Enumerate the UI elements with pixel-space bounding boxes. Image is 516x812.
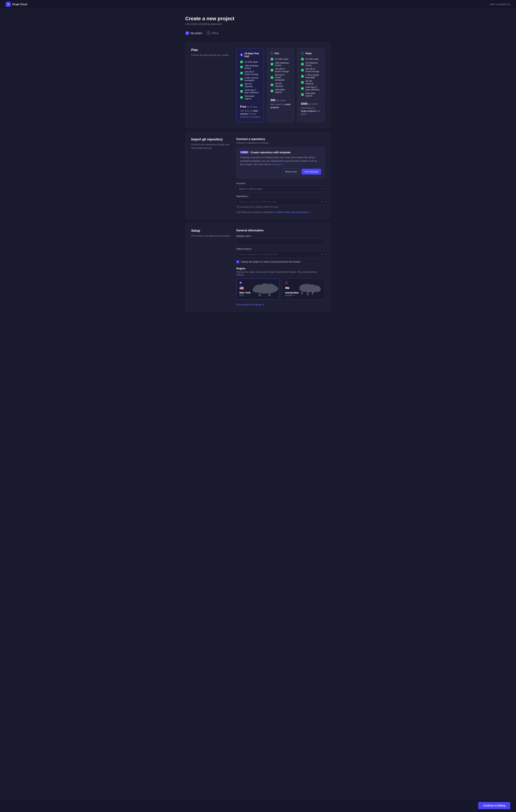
update-permissions-link[interactable]: Update GitHub app permissions ↗: [276, 211, 311, 213]
chevron-down-icon: ▾: [263, 303, 264, 306]
check-icon: ✓: [240, 84, 243, 87]
region-sub-amsterdam: Europe • •: [285, 294, 322, 296]
github-branch-group: Github branch* Select a repository to en…: [236, 248, 325, 258]
plan-feature: ✓100k database entries: [270, 62, 291, 67]
page-content: Create a new project Lets create somethi…: [181, 8, 335, 330]
region-radio-amsterdam: [285, 282, 288, 284]
check-icon: ✓: [240, 78, 243, 81]
plan-name-team: Team: [305, 52, 312, 55]
back-label: Back to projects list: [490, 3, 510, 5]
logo: S Strapi Cloud: [6, 2, 27, 7]
plan-card-team[interactable]: Team ✓20 CMS seats ✓1M database entries …: [297, 48, 325, 122]
plan-feature: ✓Audit logs (7 days retention): [240, 89, 260, 94]
plan-feature: ✓10 CMS seats: [270, 58, 291, 61]
continue-to-billing-button[interactable]: Continue to billing: [478, 802, 510, 809]
region-grid: 🇺🇸 New York USA: [236, 279, 325, 300]
plan-layout: Plan Choose the plan that fits your need…: [191, 48, 325, 122]
advanced-settings-label: Show advanced settings: [236, 303, 262, 306]
region-radio-new-york: [239, 282, 242, 284]
import-git-card: Import git repository Connect your repos…: [185, 132, 331, 220]
bottom-bar: Continue to billing: [0, 799, 516, 812]
back-to-projects-link[interactable]: ← Back to projects list: [487, 3, 510, 5]
setup-sidebar: Setup Personalize and optimize your proj…: [191, 229, 231, 306]
check-icon: ✓: [301, 69, 304, 71]
step-my-project[interactable]: 1 My project: [185, 31, 202, 35]
plan-feature: ✓2M API requests: [301, 80, 321, 85]
plan-feature: ✓Selectable regions: [240, 95, 260, 100]
region-flag-amsterdam: 🇳🇱: [285, 286, 322, 290]
plan-price-team: $499 per month Best suited for larger pr…: [301, 99, 321, 116]
steps-indicator: 1 My project 2 Billing: [185, 31, 331, 35]
template-box-title: Create repository with template: [251, 151, 291, 154]
header: S Strapi Cloud ← Back to projects list: [0, 0, 516, 8]
plan-feature: ✓1M API requests: [270, 82, 291, 87]
docs-link[interactable]: our docs ↗: [272, 163, 283, 166]
region-name-amsterdam: Amsterdam: [285, 291, 322, 294]
step-label-2: Billing: [212, 32, 219, 35]
plan-feature: ✓Selectable regions: [301, 92, 321, 97]
check-icon: ✓: [270, 69, 274, 71]
advanced-settings-toggle[interactable]: Show advanced settings ▾: [236, 303, 325, 306]
display-name-input[interactable]: [236, 238, 325, 244]
plan-name-free-trial: 14-days free trial: [245, 52, 260, 58]
connect-subtitle: Choose a repository to connect: [236, 142, 325, 144]
deploy-checkbox-row[interactable]: Deploy the project on every commit pushe…: [236, 260, 325, 263]
setup-content: General information Display name* Github…: [236, 229, 325, 306]
plan-feature: ✓150 GB of assets storage: [270, 68, 291, 73]
account-field-group: Account* Select or enter a value...: [236, 182, 325, 192]
repository-select-wrapper: Select an account to enable this field: [236, 199, 325, 205]
region-name-new-york: New York: [239, 291, 276, 294]
show-more-button[interactable]: Show more: [282, 169, 300, 175]
use-template-button[interactable]: Use template: [302, 169, 321, 175]
plan-feature: ✓10 CMS seats: [240, 61, 260, 63]
plan-feature: ✓100k database entries: [240, 64, 260, 69]
plan-feature: ✓5 GB of assets bandwidth: [240, 77, 260, 82]
repository-select[interactable]: Select an account to enable this field: [236, 199, 325, 205]
account-label: Account*: [236, 182, 325, 185]
import-sidebar-desc: Connect your repository through your Git…: [191, 143, 231, 150]
deploy-checkbox[interactable]: [236, 260, 239, 263]
plan-feature: ✓20 CMS seats: [301, 58, 321, 61]
region-title: Region: [236, 267, 325, 270]
check-icon: ✓: [240, 90, 243, 93]
check-icon: ✓: [270, 83, 274, 86]
plan-name-pro: Pro: [275, 52, 279, 55]
setup-sidebar-title: Setup: [191, 229, 231, 233]
account-select[interactable]: Select or enter a value...: [236, 186, 325, 192]
check-icon: ✓: [270, 76, 274, 79]
deploy-checkbox-label: Deploy the project on every commit pushe…: [241, 260, 300, 263]
check-icon: ✓: [301, 63, 304, 65]
github-branch-label: Github branch*: [236, 248, 325, 250]
plan-feature: ✓500 GB of assets storage: [301, 68, 321, 73]
display-name-group: Display name*: [236, 235, 325, 244]
plan-price-free: Free for 14 days Test drive the best ver…: [240, 103, 260, 118]
check-icon: ✓: [301, 81, 304, 84]
plan-price-pro: $99 per month Best suited for small proj…: [270, 96, 291, 109]
setup-sidebar-desc: Personalize and optimize your project: [191, 234, 231, 238]
step-billing[interactable]: 2 Billing: [207, 31, 219, 35]
import-sidebar: Import git repository Connect your repos…: [191, 138, 231, 213]
template-box: ✦ New Create repository with template Cr…: [236, 147, 325, 178]
plan-card-header-pro: Pro: [270, 52, 291, 55]
check-icon: ✓: [270, 63, 274, 65]
repository-hint: The repository has to contain a Strapi 4…: [236, 206, 325, 208]
plan-card-free-trial[interactable]: 14-days free trial ✓10 CMS seats ✓100k d…: [236, 48, 264, 122]
region-card-new-york[interactable]: 🇺🇸 New York USA: [236, 279, 279, 300]
template-box-header: ✦ New Create repository with template: [240, 151, 321, 154]
github-branch-select[interactable]: Select a repository to enable this field: [236, 251, 325, 258]
region-desc: Choose the region where your Strapi Clou…: [236, 270, 325, 276]
check-icon: ✓: [240, 61, 243, 63]
plan-feature: ✓500 GB of assets bandwidth: [270, 74, 291, 81]
setup-card: Setup Personalize and optimize your proj…: [185, 223, 331, 312]
plan-feature: ✓1M database entries: [301, 62, 321, 67]
plan-card-pro[interactable]: Pro ✓10 CMS seats ✓100k database entries…: [267, 48, 294, 122]
step-circle-2: 2: [207, 31, 210, 35]
plan-feature: ✓Audit logs (7 days retention): [301, 86, 321, 91]
radio-pro: [270, 52, 274, 55]
region-card-amsterdam[interactable]: 🇳🇱 Amsterdam Europe • •: [282, 279, 325, 300]
plan-card: Plan Choose the plan that fits your need…: [185, 42, 331, 128]
plan-card-header-team: Team: [301, 52, 321, 55]
import-sidebar-title: Import git repository: [191, 138, 231, 141]
check-icon: ✓: [301, 93, 304, 96]
github-branch-select-wrapper: Select a repository to enable this field: [236, 251, 325, 258]
